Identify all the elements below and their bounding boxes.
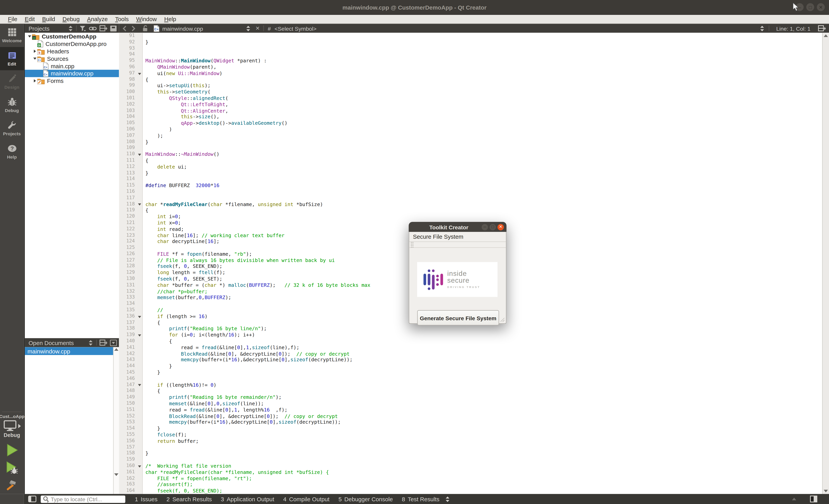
menu-file[interactable]: File bbox=[4, 16, 21, 22]
mode-debug[interactable]: Debug bbox=[0, 93, 24, 117]
editor-selector-icon[interactable] bbox=[759, 25, 765, 31]
logo-word-2: secure bbox=[447, 277, 480, 284]
code-line: for (i=0; i<(length/16); i++) bbox=[145, 332, 822, 338]
forward-icon[interactable] bbox=[131, 25, 136, 31]
generate-secure-file-system-button[interactable]: Generate Secure File System bbox=[417, 310, 499, 325]
tree-item-headers[interactable]: hHeaders bbox=[25, 47, 119, 55]
fold-marker-icon[interactable] bbox=[136, 70, 142, 76]
code-line: } bbox=[145, 39, 822, 45]
open-document-item[interactable]: mainwindow.cpp bbox=[25, 347, 113, 355]
toggle-right-sidebar-icon[interactable] bbox=[810, 496, 818, 502]
scroll-down-icon[interactable] bbox=[114, 473, 118, 476]
output-pane-search-results[interactable]: 2Search Results bbox=[167, 496, 212, 502]
dialog-maximize-icon[interactable]: □ bbox=[490, 224, 496, 230]
close-document-icon[interactable]: ✕ bbox=[255, 26, 260, 31]
menu-edit[interactable]: Edit bbox=[21, 16, 38, 22]
tree-item-customerdemoapp-pro[interactable]: QtCustomerDemoApp.pro bbox=[25, 40, 119, 47]
tree-item-main-cpp[interactable]: C+main.cpp bbox=[25, 62, 119, 70]
toggle-left-sidebar-icon[interactable] bbox=[28, 496, 36, 502]
line-number: 98 bbox=[119, 76, 135, 83]
filter-icon[interactable] bbox=[79, 25, 86, 31]
code-line: char *readMyFileClear(char *filename, un… bbox=[145, 201, 822, 207]
expand-icon[interactable] bbox=[32, 79, 37, 82]
open-documents-scrollbar[interactable] bbox=[113, 347, 119, 494]
panel-selector-icon[interactable] bbox=[68, 25, 74, 31]
menu-window[interactable]: Window bbox=[133, 16, 160, 22]
fold-marker-icon[interactable] bbox=[136, 382, 142, 388]
close-panel-icon[interactable] bbox=[110, 25, 117, 31]
menu-debug[interactable]: Debug bbox=[59, 16, 83, 22]
split-panel-icon[interactable] bbox=[99, 339, 107, 346]
locator-placeholder: Type to locate (Ctrl... bbox=[51, 496, 102, 502]
output-pane-issues[interactable]: 1Issues bbox=[135, 496, 157, 502]
tree-item-label: mainwindow.cpp bbox=[51, 70, 94, 76]
editor-scrollbar[interactable] bbox=[822, 33, 829, 494]
maximize-icon[interactable]: □ bbox=[806, 3, 814, 11]
panel-selector-icon[interactable] bbox=[88, 339, 94, 346]
back-icon[interactable] bbox=[122, 25, 127, 31]
mode-welcome[interactable]: Welcome bbox=[0, 24, 24, 47]
run-button[interactable] bbox=[5, 443, 18, 457]
expand-output-pane-icon[interactable] bbox=[792, 498, 796, 501]
fold-marker-icon[interactable] bbox=[136, 201, 142, 207]
tree-item-customerdemoapp[interactable]: QtCustomerDemoApp bbox=[25, 33, 119, 40]
menu-analyze[interactable]: Analyze bbox=[83, 16, 111, 22]
scroll-down-icon[interactable] bbox=[824, 490, 828, 493]
symbol-selector[interactable]: <Select Symbol> bbox=[275, 25, 317, 31]
fold-marker-icon[interactable] bbox=[136, 463, 142, 469]
dialog-titlebar[interactable]: Toolkit Creator – □ ✕ bbox=[409, 222, 506, 232]
expand-icon[interactable] bbox=[32, 50, 37, 53]
menu-help[interactable]: Help bbox=[160, 16, 180, 22]
tree-item-sources[interactable]: C+Sources bbox=[25, 55, 119, 62]
code-fold-column[interactable] bbox=[136, 33, 143, 494]
scroll-up-icon[interactable] bbox=[824, 34, 828, 37]
fold-spacer bbox=[136, 120, 142, 126]
mode-help[interactable]: ?Help bbox=[0, 140, 24, 163]
window-titlebar[interactable]: mainwindow.cpp @ CustomerDemoApp - Qt Cr… bbox=[0, 0, 829, 15]
run-debug-button[interactable] bbox=[5, 461, 19, 475]
mode-design[interactable]: Design bbox=[0, 70, 24, 93]
fold-marker-icon[interactable] bbox=[136, 332, 142, 338]
dialog-menu-secure-file-system[interactable]: Secure File System bbox=[409, 232, 506, 242]
pane-number: 2 bbox=[167, 496, 170, 502]
scroll-up-icon[interactable] bbox=[114, 348, 118, 351]
kit-selector-button[interactable] bbox=[3, 420, 21, 431]
tree-item-mainwindow-cpp[interactable]: C+mainwindow.cpp bbox=[25, 70, 119, 77]
code-line bbox=[145, 444, 822, 451]
menu-build[interactable]: Build bbox=[39, 16, 59, 22]
output-pane-test-results[interactable]: 8Test Results bbox=[402, 496, 439, 502]
toolbar-drag-handle[interactable] bbox=[411, 242, 413, 247]
line-number: 93 bbox=[119, 45, 135, 51]
resize-grip[interactable] bbox=[500, 317, 504, 322]
line-number: 108 bbox=[119, 139, 135, 145]
collapse-icon[interactable] bbox=[27, 35, 32, 38]
help-icon: ? bbox=[7, 144, 16, 153]
document-selector-icon[interactable] bbox=[245, 25, 251, 31]
dialog-close-icon[interactable]: ✕ bbox=[498, 224, 504, 230]
tree-item-forms[interactable]: Forms bbox=[25, 77, 119, 85]
mode-projects[interactable]: Projects bbox=[0, 117, 24, 140]
close-panel-dropdown-icon[interactable] bbox=[110, 339, 117, 346]
output-pane-compile-output[interactable]: 4Compile Output bbox=[283, 496, 329, 502]
panel-selector-icon[interactable] bbox=[445, 496, 450, 502]
output-pane-debugger-console[interactable]: 5Debugger Console bbox=[338, 496, 393, 502]
split-editor-icon[interactable] bbox=[818, 25, 826, 32]
open-file-name[interactable]: mainwindow.cpp bbox=[162, 25, 203, 31]
close-icon[interactable]: ✕ bbox=[817, 3, 825, 11]
collapse-icon[interactable] bbox=[32, 58, 37, 60]
fold-spacer bbox=[136, 170, 142, 176]
split-panel-icon[interactable] bbox=[99, 25, 107, 32]
fold-marker-icon[interactable] bbox=[136, 313, 142, 319]
link-with-editor-icon[interactable] bbox=[89, 25, 97, 31]
mode-edit[interactable]: Edit bbox=[0, 47, 24, 70]
dialog-minimize-icon[interactable]: – bbox=[482, 224, 488, 230]
fold-marker-icon[interactable] bbox=[136, 151, 142, 157]
toolkit-creator-dialog: Toolkit Creator – □ ✕ Secure File System… bbox=[409, 222, 506, 324]
build-button[interactable] bbox=[5, 479, 18, 493]
mode-label: Design bbox=[4, 84, 20, 90]
locator-input[interactable]: Type to locate (Ctrl... bbox=[41, 495, 125, 503]
fold-spacer bbox=[136, 101, 142, 108]
menu-tools[interactable]: Tools bbox=[111, 16, 133, 22]
output-pane-application-output[interactable]: 3Application Output bbox=[221, 496, 274, 502]
fold-spacer bbox=[136, 469, 142, 475]
